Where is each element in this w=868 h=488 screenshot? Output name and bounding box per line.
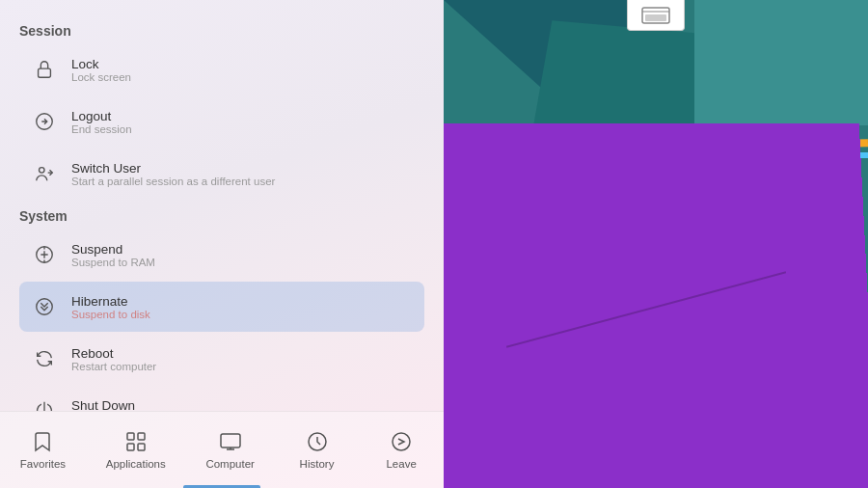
section-title-session: Session: [19, 15, 444, 44]
shutdown-title: Shut Down: [71, 398, 158, 412]
logout-icon: [27, 104, 62, 139]
logout-title: Logout: [71, 109, 132, 123]
nav-item-leave[interactable]: Leave: [367, 422, 435, 477]
menu-content: Session Lock Lock screen: [0, 0, 444, 411]
left-panel: Session Lock Lock screen: [0, 0, 444, 488]
favorites-icon: [31, 430, 54, 453]
menu-item-hibernate[interactable]: Hibernate Suspend to disk: [19, 282, 424, 332]
hibernate-title: Hibernate: [71, 294, 150, 309]
computer-label: Computer: [205, 458, 255, 470]
reboot-subtitle: Restart computer: [71, 361, 156, 372]
svg-rect-9: [127, 444, 134, 450]
menu-item-lock[interactable]: Lock Lock screen: [19, 44, 424, 95]
leave-icon: [390, 430, 413, 453]
nav-item-favorites[interactable]: Favorites: [9, 422, 77, 477]
menu-item-switch-user[interactable]: Switch User Start a parallel session as …: [19, 149, 424, 199]
switch-user-icon: [27, 156, 62, 191]
svg-rect-8: [138, 433, 145, 440]
menu-item-logout[interactable]: Logout End session: [19, 96, 424, 147]
menu-item-reboot[interactable]: Reboot Restart computer: [19, 334, 424, 384]
hibernate-subtitle: Suspend to disk: [71, 309, 150, 320]
svg-rect-7: [127, 433, 134, 440]
reboot-title: Reboot: [71, 346, 156, 361]
lock-title: Lock: [71, 57, 131, 71]
history-icon: [306, 430, 329, 453]
nav-item-computer[interactable]: Computer: [194, 422, 266, 477]
shutdown-icon: [27, 393, 62, 411]
svg-point-13: [393, 433, 410, 450]
applications-label: Applications: [106, 458, 166, 470]
nav-item-applications[interactable]: Applications: [95, 422, 177, 477]
favorites-label: Favorites: [20, 458, 66, 470]
nav-item-history[interactable]: History: [284, 422, 351, 477]
bottom-nav: Favorites Applications Computer: [0, 411, 444, 488]
window-thumbnail-icon: [641, 7, 670, 24]
svg-point-2: [40, 168, 45, 174]
menu-item-shutdown[interactable]: Shut Down Turn off computer: [19, 386, 424, 411]
suspend-title: Suspend: [71, 242, 155, 257]
leave-label: Leave: [386, 458, 416, 470]
reboot-icon: [27, 341, 62, 376]
hibernate-icon: [27, 289, 62, 324]
history-label: History: [300, 458, 335, 470]
applications-icon: [124, 430, 148, 453]
logout-subtitle: End session: [71, 123, 132, 135]
svg-rect-10: [138, 444, 145, 450]
right-panel: [444, 0, 868, 488]
decorative-corner: [694, 0, 868, 125]
switch-user-subtitle: Start a parallel session as a different …: [71, 176, 275, 187]
suspend-icon: [27, 237, 62, 272]
switch-user-title: Switch User: [71, 161, 275, 176]
svg-rect-16: [645, 14, 666, 21]
window-icon: [627, 0, 685, 31]
svg-rect-11: [221, 434, 240, 447]
computer-icon: [219, 430, 242, 453]
section-title-system: System: [19, 201, 444, 230]
menu-item-suspend[interactable]: Suspend Suspend to RAM: [19, 230, 424, 280]
svg-rect-0: [39, 68, 51, 77]
suspend-subtitle: Suspend to RAM: [71, 257, 155, 268]
lock-icon: [27, 52, 62, 87]
lock-subtitle: Lock screen: [71, 71, 131, 83]
